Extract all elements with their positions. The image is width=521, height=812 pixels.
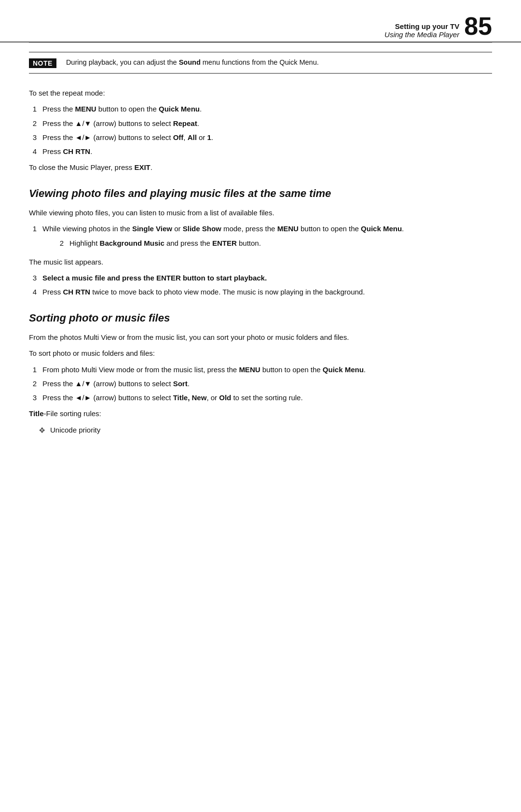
title-file-sorting-label: Title-File sorting rules: bbox=[29, 408, 492, 419]
bullet-text-unicode: Unicode priority bbox=[50, 424, 100, 437]
repeat-step-3: 3 Press the ◄/► (arrow) buttons to selec… bbox=[29, 132, 492, 143]
header-subtitle: Using the Media Player bbox=[384, 30, 459, 39]
page-header: Setting up your TV Using the Media Playe… bbox=[0, 0, 521, 42]
section1-steps-list: 1 While viewing photos in the Single Vie… bbox=[29, 223, 492, 252]
note-box: NOTE During playback, you can adjust the… bbox=[29, 52, 492, 74]
section2-step-1: 1 From photo Multi View mode or from the… bbox=[29, 364, 492, 375]
content-area: To set the repeat mode: 1 Press the MENU… bbox=[0, 83, 521, 458]
repeat-mode-intro: To set the repeat mode: bbox=[29, 87, 492, 98]
section1-step-4: 4 Press CH RTN twice to move back to pho… bbox=[29, 286, 492, 297]
repeat-steps-list: 1 Press the MENU button to open the Quic… bbox=[29, 103, 492, 157]
repeat-step-4: 4 Press CH RTN. bbox=[29, 146, 492, 157]
section1-heading: Viewing photo files and playing music fi… bbox=[29, 187, 492, 201]
music-list-appears: The music list appears. bbox=[29, 256, 492, 267]
section2-sort-intro: To sort photo or music folders and files… bbox=[29, 348, 492, 359]
section2-steps-list: 1 From photo Multi View mode or from the… bbox=[29, 364, 492, 404]
diamond-icon: ❖ bbox=[39, 425, 45, 437]
top-divider bbox=[29, 42, 492, 43]
section2-intro: From the photos Multi View or from the m… bbox=[29, 332, 492, 343]
header-text-block: Setting up your TV Using the Media Playe… bbox=[384, 22, 459, 39]
repeat-step-1: 1 Press the MENU button to open the Quic… bbox=[29, 103, 492, 114]
repeat-step-2: 2 Press the ▲/▼ (arrow) buttons to selec… bbox=[29, 118, 492, 129]
section2-step-3: 3 Press the ◄/► (arrow) buttons to selec… bbox=[29, 392, 492, 403]
section1-steps2-list: 3 Select a music file and press the ENTE… bbox=[29, 272, 492, 298]
section1-intro: While viewing photo files, you can liste… bbox=[29, 207, 492, 218]
section2-step-2: 2 Press the ▲/▼ (arrow) buttons to selec… bbox=[29, 378, 492, 389]
section2-heading: Sorting photo or music files bbox=[29, 311, 492, 325]
section1-step-3: 3 Select a music file and press the ENTE… bbox=[29, 272, 492, 283]
page-container: Setting up your TV Using the Media Playe… bbox=[0, 0, 521, 812]
section1-step-1: 1 While viewing photos in the Single Vie… bbox=[29, 223, 492, 252]
section1-sub-steps: 2 Highlight Background Music and press t… bbox=[56, 238, 492, 249]
note-text: During playback, you can adjust the Soun… bbox=[66, 57, 319, 68]
note-label: NOTE bbox=[29, 58, 56, 68]
section1-sub-step-2: 2 Highlight Background Music and press t… bbox=[56, 238, 492, 249]
bullet-list: ❖ Unicode priority bbox=[39, 424, 492, 437]
close-music-player-text: To close the Music Player, press EXIT. bbox=[29, 162, 492, 173]
header-page-number: 85 bbox=[464, 14, 492, 39]
bullet-item-unicode: ❖ Unicode priority bbox=[39, 424, 492, 437]
header-setting-label: Setting up your TV bbox=[384, 22, 459, 30]
